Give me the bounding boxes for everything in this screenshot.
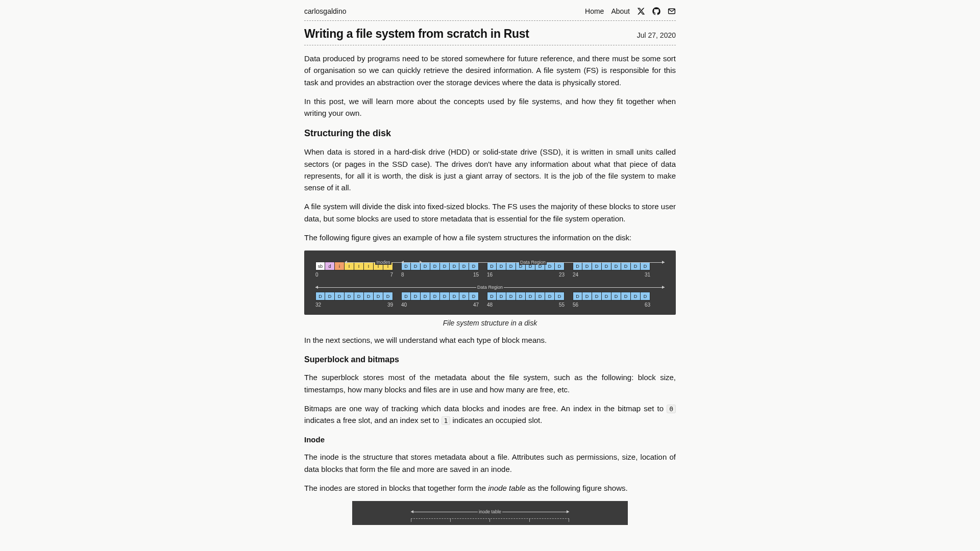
figure-inode-table: inode table bbox=[352, 501, 628, 525]
site-name[interactable]: carlosgaldino bbox=[304, 7, 347, 15]
code-zero: 0 bbox=[667, 405, 676, 413]
code-one: 1 bbox=[442, 416, 451, 425]
inode-table-em: inode table bbox=[488, 484, 525, 492]
github-icon[interactable] bbox=[652, 7, 660, 15]
intro-para-1: Data produced by programs need to be sto… bbox=[304, 53, 676, 88]
figure-disk-layout: Inodes Data Region sb d i I I I I I DDDD… bbox=[304, 251, 676, 315]
twitter-x-icon[interactable] bbox=[637, 7, 645, 15]
inode-para-2: The inodes are stored in blocks that tog… bbox=[304, 482, 676, 494]
superblock-para-2: Bitmaps are one way of tracking which da… bbox=[304, 403, 676, 427]
arrow-label-data-1: Data Region bbox=[519, 260, 547, 265]
disk-row-2: DDDDDDDD DDDDDDDD DDDDDDDD DDDDDDDD bbox=[315, 292, 665, 300]
heading-superblock: Superblock and bitmaps bbox=[304, 355, 676, 364]
struct-para-3: The following figure gives an example of… bbox=[304, 232, 676, 243]
struct-para-2: A file system will divide the disk into … bbox=[304, 201, 676, 224]
nav: Home About bbox=[585, 7, 676, 15]
block-inode-bitmap: i bbox=[335, 262, 345, 270]
superblock-para-1: The superblock stores most of the metada… bbox=[304, 371, 676, 395]
title-row: Writing a file system from scratch in Ru… bbox=[304, 21, 676, 45]
figure-1-caption: File system structure in a disk bbox=[304, 319, 676, 327]
mail-icon[interactable] bbox=[668, 7, 676, 15]
struct-para-1: When data is stored in a hard-disk drive… bbox=[304, 146, 676, 193]
nav-home[interactable]: Home bbox=[585, 7, 604, 15]
heading-structuring: Structuring the disk bbox=[304, 128, 676, 139]
heading-inode: Inode bbox=[304, 435, 676, 444]
intro-para-2: In this post, we will learn more about t… bbox=[304, 95, 676, 119]
topbar: carlosgaldino Home About bbox=[304, 7, 676, 21]
block-superblock: sb bbox=[315, 262, 325, 270]
post-fig1-para: In the next sections, we will understand… bbox=[304, 334, 676, 346]
article-title: Writing a file system from scratch in Ru… bbox=[304, 27, 529, 41]
article-date: Jul 27, 2020 bbox=[637, 31, 676, 39]
arrow-label-inode-table: inode table bbox=[478, 509, 502, 514]
arrow-label-data-2: Data Region bbox=[476, 285, 504, 290]
block-data-bitmap: d bbox=[325, 262, 335, 270]
inode-para-1: The inode is the structure that stores m… bbox=[304, 451, 676, 475]
arrow-label-inodes: Inodes bbox=[375, 260, 391, 265]
page-container: carlosgaldino Home About Writing a file … bbox=[304, 0, 676, 545]
nav-about[interactable]: About bbox=[611, 7, 630, 15]
